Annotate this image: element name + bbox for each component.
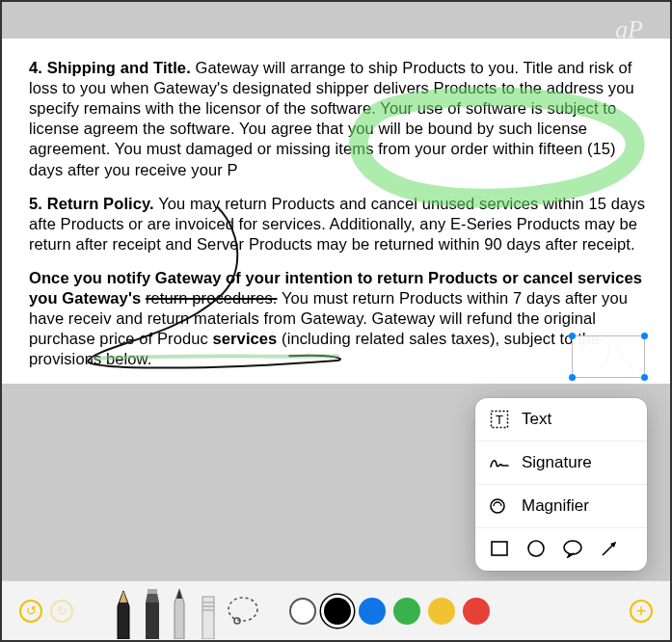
signature-icon — [489, 452, 510, 473]
svg-point-5 — [564, 541, 581, 554]
popup-label-magnifier: Magnifier — [522, 496, 589, 516]
svg-marker-11 — [146, 593, 159, 602]
add-shape-popup: T Text Signature Magnifier — [475, 398, 647, 571]
svg-rect-10 — [146, 602, 159, 639]
svg-rect-15 — [202, 597, 214, 639]
magnifier-icon — [489, 495, 510, 517]
popup-label-signature: Signature — [522, 453, 592, 472]
popup-item-signature[interactable]: Signature — [475, 441, 647, 484]
undo-button[interactable]: ↺ — [19, 600, 42, 623]
redo-button[interactable]: ↻ — [50, 600, 73, 623]
highlighter-tool[interactable] — [139, 589, 166, 639]
svg-text:T: T — [496, 413, 503, 427]
popup-item-text[interactable]: T Text — [475, 398, 647, 441]
shape-speech-bubble[interactable] — [562, 538, 583, 559]
svg-point-19 — [228, 598, 257, 621]
svg-point-2 — [491, 499, 504, 513]
document-text: 4. Shipping and Title. Gateway will arra… — [29, 58, 653, 370]
popup-label-text: Text — [522, 410, 551, 429]
color-white[interactable] — [289, 598, 316, 625]
shape-circle[interactable] — [525, 538, 547, 559]
color-black-selected[interactable] — [324, 598, 351, 625]
eraser-tool[interactable] — [197, 589, 224, 639]
shape-arrow[interactable] — [599, 538, 620, 559]
tool-group — [110, 583, 260, 639]
para3-bold2: services — [213, 330, 278, 347]
section-number-4: 4. — [29, 59, 42, 76]
section-body-4: Gateway will arrange to ship Products to… — [29, 59, 634, 178]
section-title-5: Return Policy. — [47, 195, 154, 212]
svg-rect-12 — [148, 589, 157, 594]
color-red[interactable] — [463, 598, 490, 625]
popup-item-magnifier[interactable]: Magnifier — [475, 484, 647, 527]
text-icon: T — [489, 409, 510, 430]
popup-shape-row — [475, 527, 647, 571]
pencil-tool[interactable] — [168, 589, 195, 639]
section-number-5: 5. — [29, 195, 42, 212]
para3-strike: return procedures. — [146, 289, 278, 307]
svg-rect-3 — [492, 542, 507, 555]
svg-point-4 — [528, 541, 544, 556]
section-title-4: Shipping and Title. — [47, 59, 191, 76]
app-frame: { "watermark": "gP", "document": { "sect… — [0, 0, 672, 642]
lasso-tool[interactable] — [226, 595, 260, 628]
svg-marker-9 — [120, 591, 127, 602]
pen-tool[interactable] — [110, 589, 137, 639]
shape-rectangle[interactable] — [489, 538, 510, 559]
color-group — [289, 598, 490, 625]
color-green[interactable] — [393, 598, 420, 625]
markup-toolbar: ↺ ↻ + — [2, 580, 670, 640]
document-canvas[interactable]: 4. Shipping and Title. Gateway will arra… — [2, 39, 670, 384]
add-annotation-button[interactable]: + — [630, 600, 653, 623]
color-blue[interactable] — [359, 598, 386, 625]
color-yellow[interactable] — [428, 598, 455, 625]
